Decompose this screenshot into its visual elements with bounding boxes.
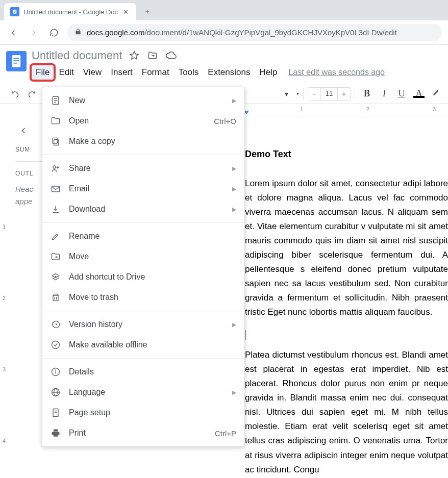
share-icon <box>51 163 61 173</box>
redo-button[interactable] <box>24 87 39 101</box>
undo-button[interactable] <box>8 87 22 101</box>
url-bar[interactable]: docs.google.com/document/d/1wANQkil-GzgY… <box>67 24 442 41</box>
file-menu-move[interactable]: Move <box>42 246 244 267</box>
file-menu-print[interactable]: Print Ctrl+P <box>42 423 244 443</box>
menu-insert[interactable]: Insert <box>107 65 137 80</box>
move-folder-icon[interactable] <box>146 49 159 62</box>
font-size-increase[interactable]: + <box>338 90 350 98</box>
new-tab-button[interactable]: ＋ <box>140 5 155 19</box>
svg-rect-5 <box>14 58 19 59</box>
docs-favicon <box>10 7 19 16</box>
submenu-arrow-icon: ▶ <box>232 321 236 328</box>
document-title[interactable]: Untitled document <box>32 49 122 62</box>
ruler-number: 1 <box>300 106 303 112</box>
browser-tab[interactable]: Untitled document - Google Doc ✕ <box>4 3 136 20</box>
doc-paragraph: Platea dictumst vestibulum rhoncus est. … <box>245 348 448 476</box>
outline-collapse-button[interactable] <box>15 122 32 139</box>
submenu-arrow-icon: ▶ <box>232 165 236 172</box>
svg-rect-6 <box>14 60 19 61</box>
menu-tools[interactable]: Tools <box>175 65 203 80</box>
submenu-arrow-icon: ▶ <box>232 206 236 213</box>
underline-button[interactable]: U <box>394 88 409 99</box>
svg-rect-13 <box>53 138 57 143</box>
file-menu-email[interactable]: Email ▶ <box>42 179 244 199</box>
email-icon <box>51 184 61 194</box>
trash-icon <box>51 292 61 303</box>
move-icon <box>51 251 61 262</box>
font-size-decrease[interactable]: − <box>308 90 320 98</box>
svg-rect-3 <box>14 12 15 13</box>
menu-format[interactable]: Format <box>138 65 173 80</box>
submenu-arrow-icon: ▶ <box>232 389 236 396</box>
bold-button[interactable]: B <box>359 88 375 99</box>
url-text: docs.google.com/document/d/1wANQkil-GzgY… <box>87 28 397 37</box>
svg-rect-17 <box>52 186 60 192</box>
italic-button[interactable]: I <box>377 88 392 99</box>
text-color-button[interactable]: A <box>411 88 427 99</box>
docs-logo[interactable] <box>6 51 27 71</box>
tab-title: Untitled document - Google Doc <box>23 8 118 16</box>
file-menu-open[interactable]: Open Ctrl+O <box>42 111 244 131</box>
file-menu-details[interactable]: Details <box>42 362 244 382</box>
svg-point-14 <box>53 166 56 168</box>
docs-header: Untitled document File Edit View Insert … <box>0 45 448 80</box>
svg-rect-7 <box>14 63 17 64</box>
file-menu-share[interactable]: Share ▶ <box>42 158 244 179</box>
page-setup-icon <box>51 408 61 418</box>
doc-heading: Demo Text <box>245 147 448 162</box>
ruler-number: 3 <box>433 106 436 112</box>
svg-rect-1 <box>14 11 16 11</box>
document-icon <box>51 95 61 106</box>
shortcut-label: Ctrl+O <box>214 117 236 125</box>
svg-rect-2 <box>14 12 16 12</box>
last-edit-link[interactable]: Last edit was seconds ago <box>288 68 385 77</box>
file-menu-make-copy[interactable]: Make a copy <box>42 131 244 152</box>
highlight-button[interactable] <box>429 88 444 99</box>
globe-icon <box>51 387 61 397</box>
svg-rect-12 <box>54 140 59 145</box>
file-menu-rename[interactable]: Rename <box>42 226 244 246</box>
history-icon <box>51 319 61 330</box>
download-icon <box>51 204 61 214</box>
file-menu-offline[interactable]: Make available offline <box>42 335 244 355</box>
file-menu-add-shortcut[interactable]: Add shortcut to Drive <box>42 267 244 287</box>
menu-help[interactable]: Help <box>255 65 281 80</box>
file-menu-dropdown: New ▶ Open Ctrl+O Make a copy Share ▶ Em… <box>42 87 245 447</box>
cloud-status-icon[interactable] <box>165 49 177 62</box>
browser-tab-strip: Untitled document - Google Doc ✕ ＋ <box>0 0 448 20</box>
ruler-number: 2 <box>366 106 369 112</box>
info-icon <box>51 367 61 377</box>
reload-button[interactable] <box>47 26 61 40</box>
file-menu-trash[interactable]: Move to trash <box>42 287 244 308</box>
back-button[interactable] <box>6 26 20 40</box>
print-icon <box>51 428 61 438</box>
browser-toolbar: docs.google.com/document/d/1wANQkil-GzgY… <box>0 20 448 45</box>
close-tab-icon[interactable]: ✕ <box>122 8 130 16</box>
file-menu-version-history[interactable]: Version history ▶ <box>42 314 244 335</box>
offline-icon <box>51 340 61 350</box>
menu-extensions[interactable]: Extensions <box>204 65 254 80</box>
svg-rect-20 <box>53 295 58 301</box>
file-menu-language[interactable]: Language ▶ <box>42 382 244 402</box>
text-cursor <box>245 330 245 340</box>
file-menu-new[interactable]: New ▶ <box>42 90 244 111</box>
doc-paragraph: Lorem ipsum dolor sit amet, consectetur … <box>245 177 448 319</box>
menu-file[interactable]: File <box>32 65 54 80</box>
menu-bar: File Edit View Insert Format Tools Exten… <box>32 65 442 80</box>
menu-edit[interactable]: Edit <box>55 65 78 80</box>
file-menu-download[interactable]: Download ▶ <box>42 199 244 219</box>
lock-icon <box>74 28 82 37</box>
font-size-control[interactable]: − 11 + <box>308 87 351 100</box>
forward-button[interactable] <box>27 26 41 40</box>
submenu-arrow-icon: ▶ <box>232 97 236 104</box>
folder-icon <box>51 116 61 126</box>
file-menu-page-setup[interactable]: Page setup <box>42 402 244 423</box>
svg-point-27 <box>56 370 56 370</box>
menu-view[interactable]: View <box>79 65 106 80</box>
shortcut-label: Ctrl+P <box>215 429 236 438</box>
rename-icon <box>51 231 61 241</box>
star-icon[interactable] <box>128 49 140 62</box>
vertical-ruler: 1 2 3 4 <box>0 116 11 478</box>
copy-icon <box>51 136 61 146</box>
font-size-value[interactable]: 11 <box>320 88 338 100</box>
